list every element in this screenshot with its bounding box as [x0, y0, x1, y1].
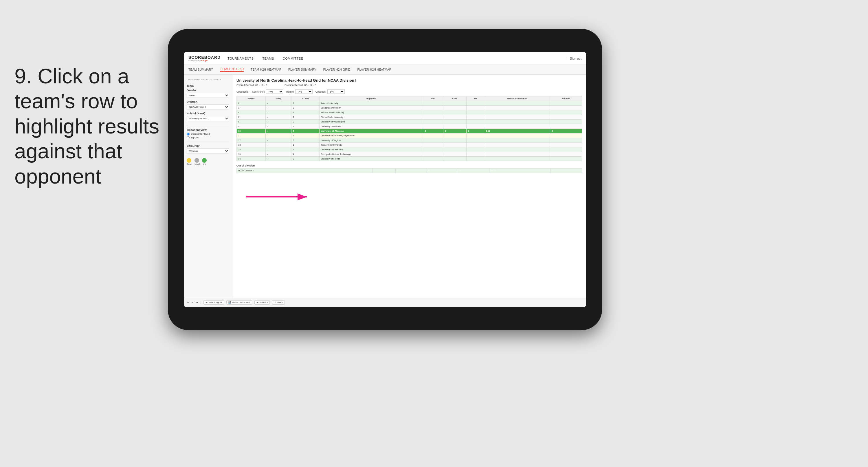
cell-rounds	[550, 124, 582, 129]
sub-nav-team-summary[interactable]: TEAM SUMMARY	[188, 68, 213, 71]
redo2-icon[interactable]: ↩	[196, 301, 198, 304]
cell-rounds	[550, 134, 582, 138]
cell-diff	[484, 147, 550, 152]
cell-win	[423, 157, 443, 161]
main-content: Last Updated: 27/03/2024 16:55:38 Team G…	[184, 75, 586, 298]
cell-reg: -	[266, 143, 291, 147]
cell-opponent: Arizona State University	[319, 110, 423, 115]
grid-title: University of North Carolina Head-to-Hea…	[237, 78, 582, 83]
table-row[interactable]: 16-3University of Florida	[237, 157, 582, 161]
table-row[interactable]: 14-2University of Oklahoma	[237, 147, 582, 152]
filter-conference-select[interactable]: (All)	[266, 89, 283, 94]
sidebar-school-select[interactable]: University of Nort...	[187, 116, 229, 121]
cell-diff: 2.61	[484, 129, 550, 134]
cell-rank: 16	[237, 157, 266, 161]
sub-nav-player-h2h-grid[interactable]: PLAYER H2H GRID	[323, 68, 350, 71]
bottom-toolbar: ↩ ↩ ↩ | 👁 View: Original 💾 Save Custom V…	[184, 298, 586, 307]
nav-link-tournaments[interactable]: TOURNAMENTS	[227, 57, 253, 60]
sub-nav-team-h2h-heatmap[interactable]: TEAM H2H HEATMAP	[251, 68, 281, 71]
undo-icon[interactable]: ↩	[187, 301, 189, 304]
table-row[interactable]: 13-1Texas Tech University	[237, 143, 582, 147]
cell-win	[423, 101, 443, 106]
cell-tie	[467, 124, 484, 129]
filter-region-select[interactable]: (All)	[295, 89, 313, 94]
cell-conf: 6	[291, 134, 319, 138]
out-div-rounds: 3	[551, 169, 582, 173]
share-btn[interactable]: ⬆ Share	[272, 300, 285, 304]
cell-win	[423, 134, 443, 138]
watch-btn[interactable]: 👁 Watch ▾	[254, 300, 270, 304]
cell-tie	[467, 147, 484, 152]
view-original-btn[interactable]: 👁 View: Original	[204, 300, 224, 304]
table-row[interactable]: 3-2Vanderbilt University	[237, 106, 582, 110]
cell-conf: 1	[291, 110, 319, 115]
sidebar-radio-opponents-played[interactable]: Opponents Played	[187, 133, 229, 136]
table-row[interactable]: 9-3University of Arizona	[237, 124, 582, 129]
data-table: # Rank # Reg # Conf Opponent Win Loss Ti…	[237, 96, 582, 161]
sidebar-colour-select[interactable]: Win/loss	[187, 148, 229, 153]
tablet-screen: SCOREBOARD Powered by clippd TOURNAMENTS…	[184, 52, 586, 307]
filter-region-label: Region	[286, 90, 294, 93]
sidebar-colour-by-label: Colour by	[187, 144, 229, 147]
table-row[interactable]: 2-1Auburn University	[237, 101, 582, 106]
table-row[interactable]: 10-5University of Alabama3002.618	[237, 129, 582, 134]
table-row[interactable]: 15-4Georgia Institute of Technology	[237, 152, 582, 157]
save-icon: 💾	[228, 301, 231, 304]
out-of-division-table: NCAA Division II 1 0 0 26.00 3	[237, 168, 582, 173]
cell-reg: -	[266, 134, 291, 138]
cell-rounds	[550, 120, 582, 124]
col-conf: # Conf	[291, 96, 319, 101]
cell-conf: 2	[291, 120, 319, 124]
sidebar-team-label: Team	[187, 84, 229, 87]
col-loss: Loss	[443, 96, 466, 101]
logo-scoreboard: SCOREBOARD	[188, 55, 221, 59]
filter-opponent-select[interactable]: (All)	[327, 89, 345, 94]
nav-link-teams[interactable]: TEAMS	[262, 57, 274, 60]
cell-reg: -	[266, 138, 291, 143]
cell-reg: -	[266, 129, 291, 134]
save-custom-btn[interactable]: 💾 Save Custom View	[226, 300, 252, 304]
cell-win	[423, 106, 443, 110]
cell-conf: 2	[291, 106, 319, 110]
legend-down-dot	[187, 158, 191, 163]
sidebar-gender-select[interactable]: Men's	[187, 93, 229, 98]
redo-icon[interactable]: ↩	[192, 301, 194, 304]
table-row[interactable]: 11-6University of Arkansas, Fayetteville	[237, 134, 582, 138]
col-rank: # Rank	[237, 96, 266, 101]
table-row[interactable]: 4-1Arizona State University	[237, 110, 582, 115]
sub-nav-player-h2h-heatmap[interactable]: PLAYER H2H HEATMAP	[358, 68, 391, 71]
nav-link-committee[interactable]: COMMITTEE	[283, 57, 303, 60]
cell-rank: 8	[237, 120, 266, 124]
col-opponent: Opponent	[319, 96, 423, 101]
cell-tie: 0	[467, 129, 484, 134]
sidebar-division-select[interactable]: NCAA Division I	[187, 105, 229, 110]
col-diff: Diff Av Strokes/Rnd	[484, 96, 550, 101]
sidebar-radio-top100[interactable]: Top 100	[187, 136, 229, 139]
sign-out-link[interactable]: Sign out	[570, 57, 582, 60]
cell-diff	[484, 124, 550, 129]
top-nav-links: TOURNAMENTS TEAMS COMMITTEE	[227, 57, 567, 60]
table-row[interactable]: 8-2University of Washington	[237, 120, 582, 124]
sidebar-division-label: Division	[187, 100, 229, 104]
view-icon: 👁	[206, 301, 208, 304]
cell-opponent: University of Arizona	[319, 124, 423, 129]
cell-conf: 4	[291, 152, 319, 157]
logo: SCOREBOARD Powered by clippd	[188, 55, 221, 62]
cell-rounds	[550, 138, 582, 143]
cell-rounds: 8	[550, 129, 582, 134]
cell-loss	[443, 138, 466, 143]
filter-region-group: Region (All)	[286, 89, 313, 94]
cell-tie	[467, 143, 484, 147]
out-div-tie: 0	[458, 169, 489, 173]
legend-level: Level	[194, 158, 200, 165]
out-of-div-row[interactable]: NCAA Division II 1 0 0 26.00 3	[237, 169, 582, 173]
col-tie: Tie	[467, 96, 484, 101]
cell-diff	[484, 134, 550, 138]
sub-nav-player-summary[interactable]: PLAYER SUMMARY	[288, 68, 316, 71]
out-of-division: Out of division NCAA Division II 1 0 0 2…	[237, 164, 582, 173]
table-row[interactable]: 12-3University of Virginia	[237, 138, 582, 143]
save-custom-label: Save Custom View	[232, 301, 250, 304]
table-row[interactable]: 6-2Florida State University	[237, 115, 582, 120]
sub-nav-team-h2h-grid[interactable]: TEAM H2H GRID	[220, 67, 244, 72]
cell-opponent: University of Alabama	[319, 129, 423, 134]
